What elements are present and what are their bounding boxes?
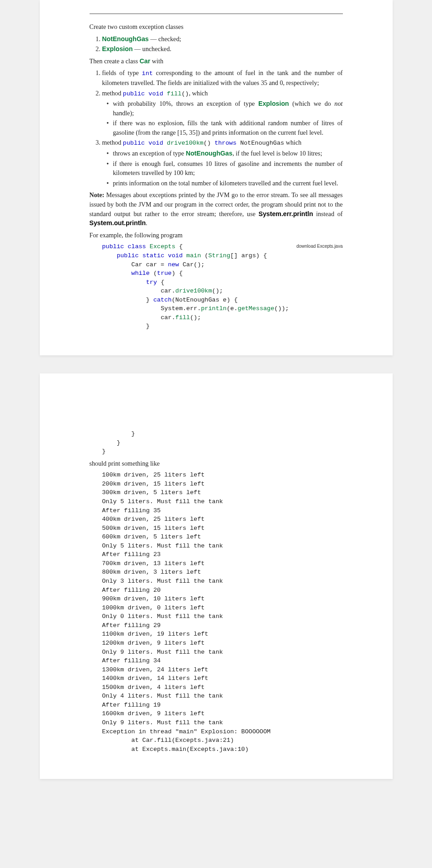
- list-item: throws an exception of type NotEnoughGas…: [113, 149, 343, 158]
- list-item: method public void drive100km() throws N…: [102, 138, 343, 188]
- list-item: if there is enough fuel, consumes 10 lit…: [113, 159, 343, 178]
- kw: while: [131, 270, 150, 277]
- exception-desc: unchecked.: [142, 45, 171, 52]
- code: }: [146, 297, 153, 303]
- list-item: NotEnoughGas — checked;: [102, 34, 343, 44]
- kw: class: [128, 243, 146, 250]
- kw: catch: [153, 297, 172, 303]
- sub-list: throws an exception of type NotEnoughGas…: [102, 149, 343, 188]
- sep: —: [149, 35, 158, 42]
- code: System.err.: [161, 305, 201, 312]
- class-name: Car: [140, 57, 151, 65]
- kw-public: public: [123, 90, 145, 97]
- list-item: if there was no explosion, fills the tan…: [113, 118, 343, 137]
- parens: (): [181, 90, 189, 97]
- text: instead of: [313, 210, 342, 217]
- note-label: Note:: [90, 191, 104, 198]
- text: , which: [189, 90, 208, 97]
- args: (: [201, 252, 208, 259]
- code-ref: System.err.println: [258, 210, 313, 217]
- kw-throws: throws: [214, 140, 237, 146]
- text: handle);: [113, 109, 134, 117]
- sample-output: 100km driven, 25 liters left 200km drive…: [102, 471, 343, 754]
- intro-text: Create two custom exception classes: [90, 22, 343, 32]
- method-name: fill: [167, 90, 181, 97]
- method: main: [186, 252, 201, 259]
- note-paragraph: Note: Messages about exceptions printed …: [90, 190, 343, 227]
- code: ) {: [171, 270, 182, 277]
- method-name: drive100km: [167, 140, 204, 146]
- kw: true: [157, 270, 171, 277]
- kw: public: [117, 252, 139, 259]
- code: ();: [212, 288, 223, 294]
- class-name: Excepts: [150, 243, 176, 250]
- example-intro: For example, the following program: [90, 231, 343, 240]
- exception-name: NotEnoughGas: [186, 150, 233, 157]
- page-2: } } } should print something like 100km …: [40, 373, 393, 779]
- parens: (): [204, 140, 211, 146]
- list-item: fields of type int corresponding to the …: [102, 68, 343, 87]
- text: throws an exception of type: [113, 150, 186, 157]
- code: car.: [161, 288, 175, 294]
- text: (which we do: [289, 100, 335, 107]
- exception-name: NotEnoughGas: [102, 35, 149, 42]
- code: ());: [274, 305, 289, 312]
- exception-list: NotEnoughGas — checked; Explosion — unch…: [90, 34, 343, 54]
- rule: [90, 14, 343, 14]
- text: .: [146, 219, 147, 226]
- code: Car();: [179, 261, 205, 268]
- throws-type: NotEnoughGas: [240, 140, 284, 146]
- car-steps: fields of type int corresponding to the …: [90, 68, 343, 188]
- text: with: [150, 57, 163, 65]
- code: (: [150, 270, 157, 277]
- kw: public: [102, 243, 124, 250]
- list-item: method public void fill(), which with pr…: [102, 89, 343, 137]
- method: println: [201, 305, 227, 312]
- code: (e.: [227, 305, 237, 312]
- text: fields of type: [102, 69, 142, 76]
- code: (NotEnoughGas e) {: [171, 297, 237, 303]
- method: getMessage: [237, 305, 274, 312]
- code: }: [102, 448, 106, 455]
- code-block-tail: } } }: [102, 429, 343, 456]
- sep: —: [133, 45, 142, 52]
- text: which: [284, 139, 301, 146]
- brace: {: [176, 243, 183, 250]
- emph-not: not: [334, 100, 342, 107]
- text: method: [102, 139, 123, 146]
- exception-name: Explosion: [258, 100, 289, 107]
- code: Car car =: [131, 261, 168, 268]
- exception-name: Explosion: [102, 45, 133, 52]
- list-item: with probability 10%, throws an exceptio…: [113, 99, 343, 118]
- args: args) {: [237, 252, 267, 259]
- text: Then create a class: [90, 57, 140, 65]
- method: drive100km: [176, 288, 212, 294]
- code: }: [102, 430, 135, 437]
- kw-void: void: [148, 140, 163, 146]
- code-block: public class Excepts { public static voi…: [102, 242, 343, 331]
- method: fill: [176, 314, 190, 321]
- kw-void: void: [148, 90, 163, 97]
- type: String: [208, 252, 230, 259]
- code: }: [102, 439, 121, 446]
- code: car.: [161, 314, 175, 321]
- code-ref: System.out.println: [90, 219, 146, 226]
- sub-list: with probability 10%, throws an exceptio…: [102, 99, 343, 137]
- then-line: Then create a class Car with: [90, 57, 343, 66]
- page-1: Create two custom exception classes NotE…: [40, 0, 393, 355]
- kw: void: [168, 252, 182, 259]
- text: with probability 10%, throws an exceptio…: [113, 100, 258, 107]
- kw: static: [142, 252, 165, 259]
- code: }: [146, 323, 150, 330]
- list-item: prints information on the total number o…: [113, 179, 343, 188]
- text: , if the fuel level is below 10 litres;: [233, 150, 322, 157]
- download-link[interactable]: download Excepts.java: [296, 243, 342, 250]
- brackets: []: [230, 252, 237, 259]
- exception-desc: checked;: [158, 35, 181, 42]
- kw: new: [168, 261, 179, 268]
- kw: try: [146, 279, 157, 286]
- code: {: [157, 279, 164, 286]
- text: method: [102, 90, 123, 97]
- keyword-int: int: [142, 70, 153, 77]
- kw-public: public: [123, 140, 145, 146]
